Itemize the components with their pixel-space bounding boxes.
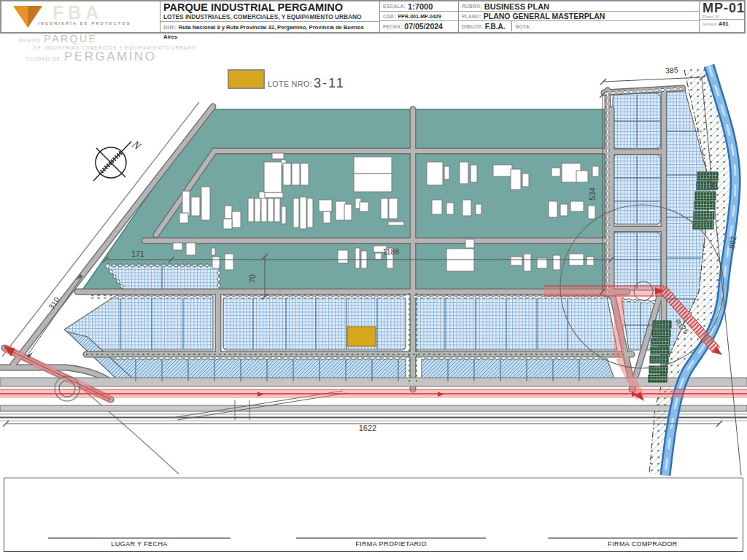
dibujo-value: F.B.A. (485, 23, 506, 31)
meta-plan-cell: RUBRO:BUSINESS PLAN PLANO:PLANO GENERAL … (459, 1, 700, 32)
green-building (697, 172, 718, 180)
building-footprint (511, 169, 521, 190)
building-footprint (268, 198, 274, 222)
fecha-label: FECHA: (383, 24, 402, 29)
building-footprint (355, 248, 360, 268)
building-footprint (375, 253, 382, 260)
green-building (694, 201, 715, 209)
dimension-label: 171 (131, 249, 144, 258)
building-footprint (549, 201, 557, 217)
building-footprint (319, 200, 332, 211)
cad-label: CAD: (383, 14, 395, 19)
lot-legend: LOTE NRO: 3-11 (228, 69, 345, 89)
lot-legend-label: LOTE NRO: (268, 79, 312, 88)
signature-line (48, 537, 231, 539)
building-footprint (182, 191, 190, 216)
building-footprint (272, 153, 284, 159)
sheet-number-cell: MP-01 Plano N° VersionA01 (700, 1, 746, 32)
building-footprint (201, 187, 210, 220)
nota-label: NOTA: (516, 24, 532, 29)
stamp-nuevo: NUEVO (19, 38, 41, 43)
building-footprint (225, 254, 233, 270)
building-footprint (301, 163, 309, 185)
green-building (697, 182, 717, 190)
dimension-label: 385 (665, 66, 678, 75)
dimension-label: 534 (588, 187, 597, 201)
building-footprint (248, 198, 254, 222)
building-footprint (522, 174, 529, 187)
building-footprint (427, 162, 443, 185)
building-footprint (179, 213, 188, 223)
signature-line (548, 537, 738, 539)
building-footprint (511, 257, 522, 265)
rubro-label: RUBRO: (462, 4, 482, 9)
logo-cell: FBA INGENIERÍA DE PROYECTOS (1, 1, 160, 32)
green-building (651, 347, 669, 354)
building-footprint (212, 248, 215, 255)
fecha-value: 07/05/2024 (404, 22, 443, 31)
building-footprint (570, 201, 584, 211)
title-block: FBA INGENIERÍA DE PROYECTOS PARQUE INDUS… (0, 0, 746, 34)
building-footprint (460, 162, 468, 184)
lot-color-swatch (228, 69, 265, 89)
drawing-sheet: N 3855348823101711188701622R175 FBA INGE… (0, 0, 747, 560)
building-footprint (493, 165, 512, 176)
escala-value: 1:7000 (408, 2, 433, 11)
sheet-version: VersionA01 (700, 19, 746, 27)
building-footprint (444, 166, 449, 179)
building-footprint (344, 204, 352, 220)
escala-label: ESCALA: (383, 4, 406, 9)
building-footprint (282, 206, 286, 224)
masterplan-canvas: N 3855348823101711188701622R175 (0, 0, 747, 560)
building-footprint (560, 204, 568, 216)
building-footprint (551, 168, 560, 176)
green-building (695, 192, 716, 200)
rubro-value: BUSINESS PLAN (484, 2, 549, 11)
building-footprint (360, 202, 368, 211)
project-title-cell: PARQUE INDUSTRIAL PERGAMINO LOTES INDUST… (160, 1, 380, 32)
green-building (650, 356, 668, 363)
industrial-zone (82, 109, 611, 291)
building-footprint (261, 198, 267, 222)
building-footprint (587, 257, 594, 265)
building-footprint (173, 243, 182, 250)
building-footprint (292, 163, 300, 185)
building-footprint (553, 255, 560, 270)
building-footprint (446, 203, 454, 214)
green-building (651, 338, 670, 346)
stamp-pergamino: PERGAMINO (64, 50, 156, 63)
project-title: PARQUE INDUSTRIAL PERGAMINO (160, 1, 379, 13)
dimension-label: 882 (727, 235, 738, 249)
building-footprint (432, 200, 442, 214)
building-footprint (186, 243, 196, 255)
logo-tagline: INGENIERÍA DE PROYECTOS (38, 21, 131, 26)
dimension-label: 70 (248, 274, 257, 283)
building-footprint (471, 165, 477, 182)
north-compass: N (93, 138, 144, 181)
building-footprint (524, 254, 531, 271)
dibujo-label: DIBUJO: (462, 24, 483, 29)
dir-label: DIR: (163, 24, 177, 31)
green-building (653, 321, 671, 328)
building-footprint (225, 206, 232, 219)
building-footprint (462, 200, 471, 216)
building-footprint (283, 163, 291, 185)
meta-scale-cell: ESCALA:1:7000 CAD:PPR-001-MP-0429 FECHA:… (380, 1, 459, 32)
building-footprint (389, 198, 398, 219)
highlighted-lot-3-11 (347, 327, 376, 346)
green-building (649, 366, 667, 373)
signature-label: LUGAR Y FECHA (48, 540, 231, 548)
project-stamp: NUEVO PARQUE DE INDUSTRIAS COMERCIOS Y E… (19, 35, 196, 63)
building-footprint (381, 198, 388, 219)
stamp-parque: PARQUE (44, 33, 97, 44)
dimension-label: 1188 (383, 247, 400, 256)
building-footprint (465, 239, 474, 248)
building-footprint (354, 174, 392, 192)
signature-line (296, 537, 486, 539)
building-footprint (274, 198, 280, 222)
building-footprint (264, 162, 282, 192)
green-building (652, 330, 670, 337)
building-footprint (388, 222, 404, 225)
stamp-ciudad: CIUDAD DE (26, 56, 61, 61)
lot-legend-value: 3-11 (314, 76, 345, 91)
